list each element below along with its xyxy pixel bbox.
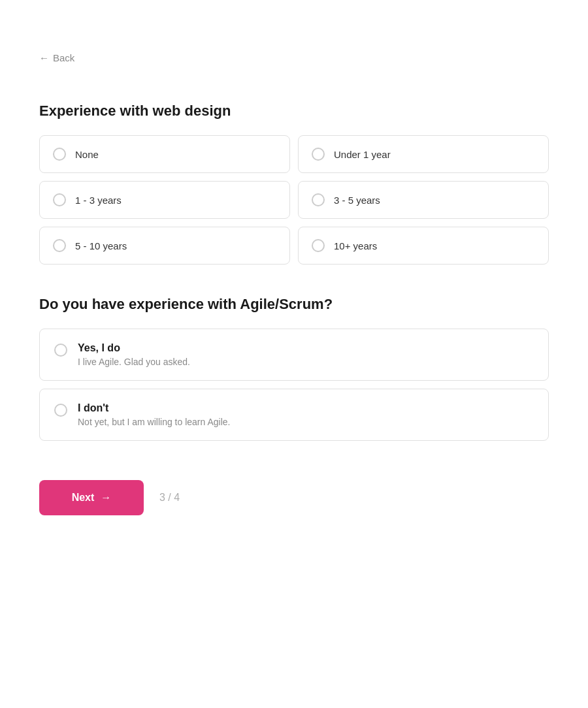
option-5to10-label: 5 - 10 years: [75, 240, 127, 251]
option-1to3[interactable]: 1 - 3 years: [39, 181, 290, 219]
radio-yes: [54, 344, 67, 357]
option-5to10[interactable]: 5 - 10 years: [39, 227, 290, 265]
option-10plus-label: 10+ years: [334, 240, 377, 251]
option-10plus[interactable]: 10+ years: [298, 227, 549, 265]
footer-row: Next → 3 / 4: [39, 480, 549, 515]
section-agile: Do you have experience with Agile/Scrum?…: [39, 296, 549, 441]
option-yes-title: Yes, I do: [78, 342, 190, 354]
option-no-subtitle: Not yet, but I am willing to learn Agile…: [78, 417, 230, 427]
page-indicator: 3 / 4: [159, 492, 180, 504]
back-label: Back: [53, 52, 74, 63]
radio-1to3: [53, 193, 66, 206]
option-1to3-label: 1 - 3 years: [75, 195, 122, 206]
option-yes[interactable]: Yes, I do I live Agile. Glad you asked.: [39, 329, 549, 381]
agile-options-stack: Yes, I do I live Agile. Glad you asked. …: [39, 329, 549, 441]
next-arrow-icon: →: [101, 492, 111, 504]
next-button[interactable]: Next →: [39, 480, 144, 515]
back-link[interactable]: ← Back: [39, 52, 74, 63]
next-label: Next: [72, 492, 95, 504]
option-yes-text: Yes, I do I live Agile. Glad you asked.: [78, 342, 190, 367]
option-under1[interactable]: Under 1 year: [298, 135, 549, 173]
option-yes-subtitle: I live Agile. Glad you asked.: [78, 357, 190, 367]
radio-3to5: [312, 193, 325, 206]
option-none-label: None: [75, 149, 99, 160]
radio-5to10: [53, 239, 66, 252]
radio-none: [53, 148, 66, 161]
radio-under1: [312, 148, 325, 161]
option-no-title: I don't: [78, 402, 230, 414]
radio-10plus: [312, 239, 325, 252]
option-3to5[interactable]: 3 - 5 years: [298, 181, 549, 219]
option-under1-label: Under 1 year: [334, 149, 391, 160]
back-arrow: ←: [39, 52, 49, 63]
option-no-text: I don't Not yet, but I am willing to lea…: [78, 402, 230, 427]
section1-title: Experience with web design: [39, 103, 549, 120]
option-no[interactable]: I don't Not yet, but I am willing to lea…: [39, 389, 549, 441]
page-container: ← Back Experience with web design None U…: [0, 0, 588, 708]
web-design-options-grid: None Under 1 year 1 - 3 years 3 - 5 year…: [39, 135, 549, 265]
section2-title: Do you have experience with Agile/Scrum?: [39, 296, 549, 313]
radio-no: [54, 404, 67, 417]
section-web-design: Experience with web design None Under 1 …: [39, 103, 549, 265]
option-3to5-label: 3 - 5 years: [334, 195, 380, 206]
option-none[interactable]: None: [39, 135, 290, 173]
